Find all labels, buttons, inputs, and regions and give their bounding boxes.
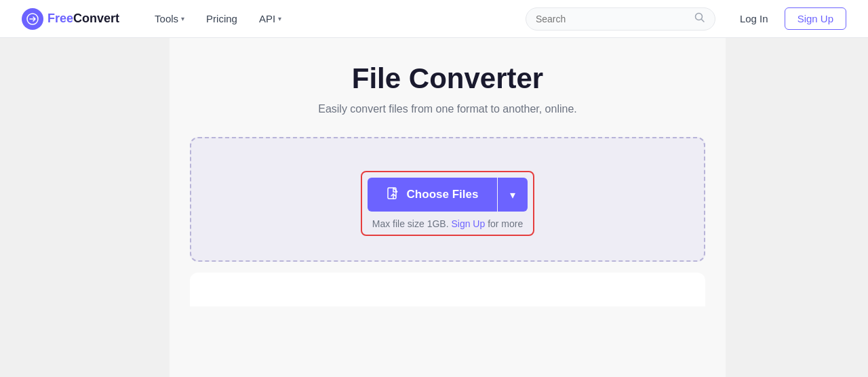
file-upload-icon [387,187,400,202]
main-layout: File Converter Easily convert files from… [0,38,868,377]
chevron-down-icon: ▾ [510,189,515,201]
nav-pricing[interactable]: Pricing [198,7,245,30]
nav-tools[interactable]: Tools ▾ [146,7,193,30]
sidebar-right [726,38,868,377]
page-subtitle: Easily convert files from one format to … [318,103,577,115]
nav-auth: Log In Sign Up [732,7,846,30]
page-title: File Converter [352,62,543,95]
choose-files-dropdown-button[interactable]: ▾ [498,178,528,212]
search-icon[interactable] [694,12,705,26]
nav-links: Tools ▾ Pricing API ▾ [146,7,526,30]
upload-container: Choose Files ▾ Max file size 1GB. Sign U… [190,137,705,262]
logo-icon [22,8,43,30]
choose-files-btn-group: Choose Files ▾ [368,178,528,212]
bottom-card [190,273,705,306]
logo[interactable]: FreeConvert [22,8,119,30]
content-area: File Converter Easily convert files from… [170,38,726,377]
signup-button[interactable]: Sign Up [785,7,846,30]
tools-chevron-icon: ▾ [181,15,184,22]
signup-link[interactable]: Sign Up [451,218,485,229]
sidebar-left [0,38,170,377]
search-bar[interactable] [526,7,715,31]
nav-api[interactable]: API ▾ [251,7,290,30]
login-button[interactable]: Log In [732,7,776,30]
search-input[interactable] [536,14,689,24]
svg-line-2 [701,19,704,22]
api-chevron-icon: ▾ [278,15,281,22]
logo-text: FreeConvert [47,12,119,26]
choose-files-button[interactable]: Choose Files [368,178,498,212]
upload-info: Max file size 1GB. Sign Up for more [372,218,524,229]
navbar: FreeConvert Tools ▾ Pricing API ▾ Log In… [0,0,868,38]
choose-files-wrapper: Choose Files ▾ Max file size 1GB. Sign U… [361,171,535,236]
